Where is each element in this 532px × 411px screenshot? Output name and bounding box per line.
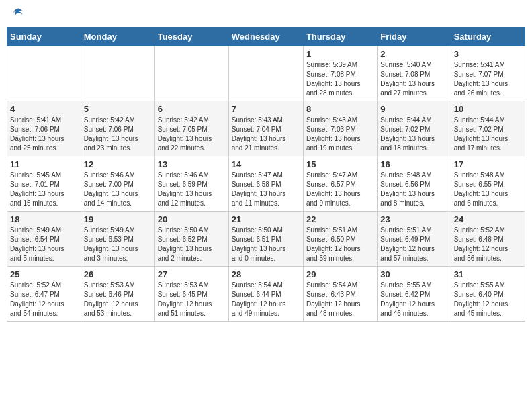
calendar-week-row: 4Sunrise: 5:41 AM Sunset: 7:06 PM Daylig…	[7, 101, 525, 156]
calendar-cell: 29Sunrise: 5:54 AM Sunset: 6:43 PM Dayli…	[303, 267, 377, 322]
calendar-week-row: 18Sunrise: 5:49 AM Sunset: 6:54 PM Dayli…	[7, 212, 525, 267]
calendar-cell: 4Sunrise: 5:41 AM Sunset: 7:06 PM Daylig…	[7, 101, 81, 156]
calendar-cell: 19Sunrise: 5:49 AM Sunset: 6:53 PM Dayli…	[81, 212, 154, 267]
weekday-header-monday: Monday	[81, 28, 154, 46]
day-number: 18	[10, 214, 78, 224]
day-number: 23	[380, 214, 447, 224]
calendar-cell	[81, 46, 154, 101]
day-info: Sunrise: 5:54 AM Sunset: 6:43 PM Dayligh…	[306, 281, 374, 318]
calendar-cell	[154, 46, 228, 101]
day-info: Sunrise: 5:47 AM Sunset: 6:58 PM Dayligh…	[232, 171, 300, 208]
calendar-cell: 11Sunrise: 5:45 AM Sunset: 7:01 PM Dayli…	[7, 156, 81, 212]
day-info: Sunrise: 5:49 AM Sunset: 6:53 PM Dayligh…	[84, 226, 152, 263]
day-number: 22	[306, 214, 374, 224]
day-info: Sunrise: 5:55 AM Sunset: 6:40 PM Dayligh…	[454, 281, 522, 318]
day-number: 17	[454, 159, 522, 169]
day-info: Sunrise: 5:50 AM Sunset: 6:51 PM Dayligh…	[232, 226, 300, 263]
calendar-cell: 9Sunrise: 5:44 AM Sunset: 7:02 PM Daylig…	[378, 101, 451, 156]
calendar-cell: 6Sunrise: 5:42 AM Sunset: 7:05 PM Daylig…	[154, 101, 228, 156]
day-info: Sunrise: 5:50 AM Sunset: 6:52 PM Dayligh…	[158, 226, 226, 263]
calendar-cell: 28Sunrise: 5:54 AM Sunset: 6:44 PM Dayli…	[228, 267, 303, 322]
day-number: 1	[306, 49, 374, 59]
day-info: Sunrise: 5:54 AM Sunset: 6:44 PM Dayligh…	[232, 281, 300, 318]
day-number: 2	[380, 49, 447, 59]
day-number: 31	[454, 269, 522, 279]
calendar-cell: 3Sunrise: 5:41 AM Sunset: 7:07 PM Daylig…	[451, 46, 525, 101]
weekday-header-saturday: Saturday	[451, 28, 525, 46]
calendar-cell: 21Sunrise: 5:50 AM Sunset: 6:51 PM Dayli…	[228, 212, 303, 267]
day-info: Sunrise: 5:41 AM Sunset: 7:06 PM Dayligh…	[10, 116, 78, 153]
day-info: Sunrise: 5:40 AM Sunset: 7:08 PM Dayligh…	[380, 60, 447, 98]
day-number: 28	[232, 269, 300, 279]
calendar-cell: 30Sunrise: 5:55 AM Sunset: 6:42 PM Dayli…	[378, 267, 451, 322]
day-info: Sunrise: 5:43 AM Sunset: 7:04 PM Dayligh…	[232, 116, 300, 153]
day-info: Sunrise: 5:46 AM Sunset: 6:59 PM Dayligh…	[158, 171, 226, 208]
weekday-header-friday: Friday	[378, 28, 451, 46]
day-info: Sunrise: 5:51 AM Sunset: 6:49 PM Dayligh…	[380, 226, 447, 263]
calendar-cell: 16Sunrise: 5:48 AM Sunset: 6:56 PM Dayli…	[378, 156, 451, 212]
calendar-cell: 31Sunrise: 5:55 AM Sunset: 6:40 PM Dayli…	[451, 267, 525, 322]
calendar-table: SundayMondayTuesdayWednesdayThursdayFrid…	[7, 27, 525, 322]
day-info: Sunrise: 5:55 AM Sunset: 6:42 PM Dayligh…	[380, 281, 447, 318]
day-number: 11	[10, 159, 78, 169]
day-info: Sunrise: 5:49 AM Sunset: 6:54 PM Dayligh…	[10, 226, 78, 263]
day-info: Sunrise: 5:53 AM Sunset: 6:45 PM Dayligh…	[158, 281, 226, 318]
day-info: Sunrise: 5:42 AM Sunset: 7:05 PM Dayligh…	[158, 116, 226, 153]
day-number: 20	[158, 214, 226, 224]
day-number: 25	[10, 269, 78, 279]
day-info: Sunrise: 5:48 AM Sunset: 6:55 PM Dayligh…	[454, 171, 522, 208]
day-number: 30	[380, 269, 447, 279]
calendar-week-row: 25Sunrise: 5:52 AM Sunset: 6:47 PM Dayli…	[7, 267, 525, 322]
day-number: 15	[306, 159, 374, 169]
day-info: Sunrise: 5:52 AM Sunset: 6:47 PM Dayligh…	[10, 281, 78, 318]
day-number: 27	[158, 269, 226, 279]
calendar-cell: 10Sunrise: 5:44 AM Sunset: 7:02 PM Dayli…	[451, 101, 525, 156]
calendar-cell: 20Sunrise: 5:50 AM Sunset: 6:52 PM Dayli…	[154, 212, 228, 267]
calendar-cell	[7, 46, 81, 101]
calendar-week-row: 11Sunrise: 5:45 AM Sunset: 7:01 PM Dayli…	[7, 156, 525, 212]
day-info: Sunrise: 5:52 AM Sunset: 6:48 PM Dayligh…	[454, 226, 522, 263]
day-number: 16	[380, 159, 447, 169]
calendar-cell: 12Sunrise: 5:46 AM Sunset: 7:00 PM Dayli…	[81, 156, 154, 212]
day-info: Sunrise: 5:41 AM Sunset: 7:07 PM Dayligh…	[454, 60, 522, 98]
calendar-cell: 18Sunrise: 5:49 AM Sunset: 6:54 PM Dayli…	[7, 212, 81, 267]
calendar-cell: 1Sunrise: 5:39 AM Sunset: 7:08 PM Daylig…	[303, 46, 377, 101]
calendar-cell: 14Sunrise: 5:47 AM Sunset: 6:58 PM Dayli…	[228, 156, 303, 212]
calendar-cell: 13Sunrise: 5:46 AM Sunset: 6:59 PM Dayli…	[154, 156, 228, 212]
day-info: Sunrise: 5:45 AM Sunset: 7:01 PM Dayligh…	[10, 171, 78, 208]
day-number: 6	[158, 104, 226, 114]
day-number: 8	[306, 104, 374, 114]
day-number: 29	[306, 269, 374, 279]
day-number: 3	[454, 49, 522, 59]
calendar-cell: 5Sunrise: 5:42 AM Sunset: 7:06 PM Daylig…	[81, 101, 154, 156]
day-number: 26	[84, 269, 152, 279]
calendar-cell: 23Sunrise: 5:51 AM Sunset: 6:49 PM Dayli…	[378, 212, 451, 267]
day-number: 13	[158, 159, 226, 169]
calendar-cell: 27Sunrise: 5:53 AM Sunset: 6:45 PM Dayli…	[154, 267, 228, 322]
weekday-header-wednesday: Wednesday	[228, 28, 303, 46]
calendar-cell: 22Sunrise: 5:51 AM Sunset: 6:50 PM Dayli…	[303, 212, 377, 267]
day-number: 7	[232, 104, 300, 114]
day-info: Sunrise: 5:44 AM Sunset: 7:02 PM Dayligh…	[454, 116, 522, 153]
day-info: Sunrise: 5:47 AM Sunset: 6:57 PM Dayligh…	[306, 171, 374, 208]
day-number: 5	[84, 104, 152, 114]
calendar-cell: 2Sunrise: 5:40 AM Sunset: 7:08 PM Daylig…	[378, 46, 451, 101]
day-info: Sunrise: 5:48 AM Sunset: 6:56 PM Dayligh…	[380, 171, 447, 208]
weekday-header-sunday: Sunday	[7, 28, 81, 46]
day-info: Sunrise: 5:53 AM Sunset: 6:46 PM Dayligh…	[84, 281, 152, 318]
logo	[10, 7, 25, 20]
day-info: Sunrise: 5:46 AM Sunset: 7:00 PM Dayligh…	[84, 171, 152, 208]
calendar-cell: 24Sunrise: 5:52 AM Sunset: 6:48 PM Dayli…	[451, 212, 525, 267]
calendar-cell: 7Sunrise: 5:43 AM Sunset: 7:04 PM Daylig…	[228, 101, 303, 156]
calendar-week-row: 1Sunrise: 5:39 AM Sunset: 7:08 PM Daylig…	[7, 46, 525, 101]
calendar-header-row: SundayMondayTuesdayWednesdayThursdayFrid…	[7, 28, 525, 46]
day-number: 19	[84, 214, 152, 224]
day-number: 12	[84, 159, 152, 169]
day-info: Sunrise: 5:39 AM Sunset: 7:08 PM Dayligh…	[306, 60, 374, 98]
calendar-cell: 17Sunrise: 5:48 AM Sunset: 6:55 PM Dayli…	[451, 156, 525, 212]
day-info: Sunrise: 5:42 AM Sunset: 7:06 PM Dayligh…	[84, 116, 152, 153]
weekday-header-tuesday: Tuesday	[154, 28, 228, 46]
day-number: 4	[10, 104, 78, 114]
day-number: 14	[232, 159, 300, 169]
page-header	[7, 7, 525, 20]
